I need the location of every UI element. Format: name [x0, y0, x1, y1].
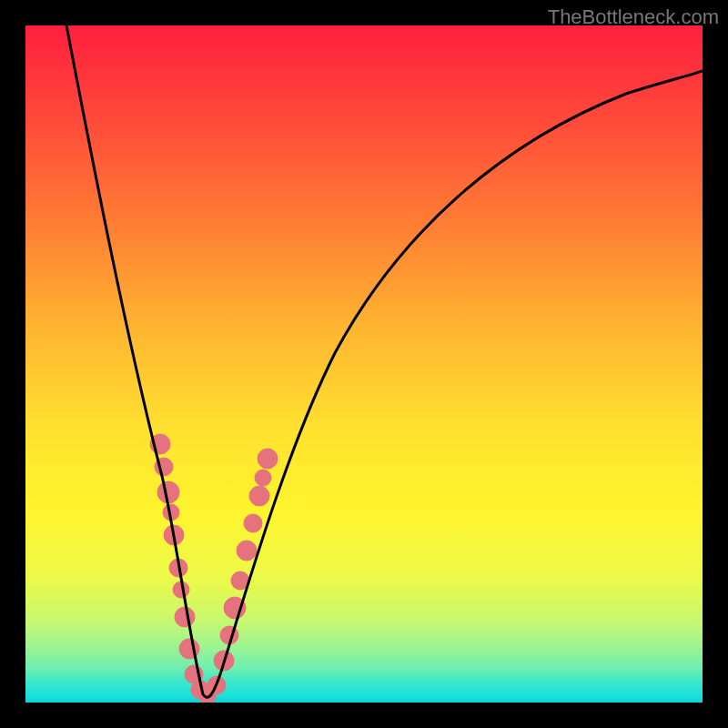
svg-point-7 [175, 607, 195, 627]
chart-frame: TheBottleneck.com [0, 0, 728, 728]
highlight-beads [150, 434, 278, 703]
plot-area [25, 25, 703, 703]
chart-svg [25, 25, 703, 703]
bottleneck-curve [66, 25, 703, 697]
svg-point-17 [237, 541, 257, 561]
svg-point-21 [258, 449, 278, 469]
svg-point-19 [249, 486, 269, 506]
svg-point-18 [244, 514, 262, 532]
watermark-text: TheBottleneck.com [548, 5, 719, 29]
svg-point-20 [255, 470, 271, 486]
